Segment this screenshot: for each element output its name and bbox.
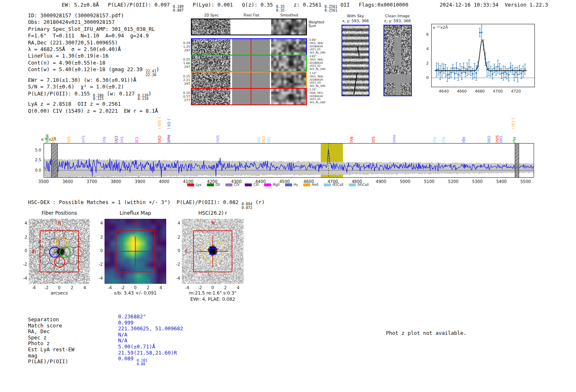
header-seg5-text: Flags:0x00010000 bbox=[359, 2, 408, 8]
spec2d-row-right-labels-0: 0.66"(593, 366)20180424v021_01301_RL_040 bbox=[309, 39, 325, 55]
info-line-10: S/N = 7.3(±0.6) χ² = 1.0(±0.2) bbox=[28, 84, 159, 90]
header-seg4-text: OII bbox=[337, 2, 350, 8]
spec2d-weighted-label: WeightedSum bbox=[309, 21, 324, 28]
row-left-label: 1.66 bbox=[179, 61, 190, 65]
cutout-caption-2-1: EWr: 4, PLAE: 0.082 bbox=[172, 297, 254, 302]
cutout-ytick: -2 bbox=[20, 262, 27, 267]
row-right-label: 301_RL_060 bbox=[309, 101, 325, 104]
info11-hilo: 0.1390.119 bbox=[138, 94, 149, 101]
info11-text: (w: 0.127 bbox=[104, 90, 138, 97]
full-spectrum-canvas bbox=[44, 143, 534, 178]
info-line-7: Cont(n) = 4.90(±0.55)e-18 bbox=[28, 60, 159, 66]
elixer-report-page: EW: 5.2±0.8ÅP(LAE)/P(OII): 0.097 0.1090.… bbox=[0, 0, 576, 392]
spectrum-line-label-OII: } OII ( bbox=[167, 118, 171, 129]
legend-label: (H)CaII bbox=[358, 183, 369, 187]
header-segment-5: Flags:0x00010000 bbox=[359, 2, 408, 12]
spectrum-line-label-HeII: HeII( bbox=[167, 135, 171, 143]
legend-item-CIV: CIV bbox=[225, 183, 239, 187]
spectrum-line-label-NV: NV( bbox=[349, 137, 353, 143]
header-seg2-text: P(Lyα): 0.001 bbox=[193, 2, 233, 8]
info-line-12: LyA z = 2.8518 OII z = 0.2561 bbox=[28, 101, 159, 107]
legend-item-HeII: HeII bbox=[303, 183, 318, 187]
spectrum-line-label-HeII: HeII( bbox=[392, 135, 396, 143]
row-left-label: 1.25 bbox=[179, 45, 190, 49]
row-right-label: 301_RL_040 bbox=[309, 68, 325, 71]
legend-swatch bbox=[187, 183, 194, 186]
spectrum-line-label-Lyα: Lyα( bbox=[81, 136, 86, 143]
spec2d-weighted-row bbox=[191, 19, 307, 35]
cutout-ytick: 2 bbox=[173, 235, 180, 239]
header-seg1-hilo: 0.1090.087 bbox=[173, 5, 183, 12]
cutout-xtick: -4 bbox=[30, 285, 38, 290]
spectrum-xtick: 5300 bbox=[470, 179, 485, 184]
match-row-value-2: 221.300625, 51.009682 bbox=[118, 325, 183, 332]
spectrum-line-label-NV: NV( bbox=[102, 137, 106, 143]
match-value-6-text: 21.59(21.58,21.60)R bbox=[118, 350, 177, 356]
cutout-xtick: -4 bbox=[183, 285, 191, 290]
lineflux-map-canvas bbox=[105, 219, 166, 284]
cutout-title-0: Fiber Positions bbox=[25, 210, 94, 216]
match-row-label-1: Match score bbox=[28, 322, 62, 329]
hscdex-hilo: 0.0940.072 bbox=[242, 202, 252, 210]
spec2d-smoothed-image bbox=[271, 19, 306, 35]
info-line-11: P(LAE)/P(OII): 0.155 0.1860.125 (w: 0.12… bbox=[28, 90, 159, 101]
match-value-7-hilo: 0.1010.08 bbox=[137, 359, 147, 366]
spec2d-pixelflat-image bbox=[232, 39, 270, 55]
line-fit-ytick: 0 bbox=[422, 75, 429, 80]
spec2d-noise-image bbox=[192, 19, 230, 35]
legend-label: Lyα bbox=[196, 183, 202, 187]
info0-text: ID: 3000928157 (3000928157.pdf) bbox=[28, 12, 124, 19]
match-row-label-7: P(LAE)/P(OII) bbox=[28, 358, 68, 364]
spectrum-legend: LyαOIICIVCIIIMgIIHγHeII(K)CaII(H)CaII bbox=[187, 183, 369, 187]
legend-item-CIII: CIII bbox=[245, 183, 259, 187]
withsky-title: With Sky bbox=[335, 14, 376, 18]
match-row-label-4: Photo z bbox=[28, 340, 50, 346]
spectrum-line-label-OVI: OVI( bbox=[157, 136, 161, 143]
info12-text: LyA z = 2.8518 OII z = 0.2561 bbox=[28, 101, 121, 107]
match-value-7-lo: 0.08 bbox=[137, 362, 147, 366]
fiber-positions-canvas bbox=[29, 219, 90, 284]
info8-text: Cont(w) = 5.40(±0.12)e-18 (gmag 22.39 bbox=[28, 66, 146, 72]
cutout-title-2: HSC(26.2) r bbox=[178, 210, 248, 216]
header-segment-1: P(LAE)/P(OII): 0.097 0.1090.087 bbox=[108, 2, 183, 12]
cutout-ytick: 4 bbox=[173, 221, 180, 225]
info-line-3: F=1.6" T=0.111 N=1.10 A=0.94 g=24.9 bbox=[28, 32, 159, 39]
spec2d-noise-image bbox=[192, 89, 230, 104]
spectrum-xtick: 5500 bbox=[518, 179, 533, 184]
spec2d-header-2dspec: 2D Spec bbox=[193, 13, 230, 17]
spec2d-pixelflat-image bbox=[232, 89, 270, 104]
legend-item-MgII: MgII bbox=[264, 183, 280, 187]
hscdex-text: HSC-DEX : Possible Matches = 1 (within +… bbox=[28, 199, 265, 210]
spectrum-line-label-OII: OII( bbox=[257, 137, 261, 143]
spectrum-xtick: 5400 bbox=[494, 179, 509, 184]
cutout-ytick: 0 bbox=[95, 248, 103, 253]
line-fit-ytick: 4 bbox=[422, 46, 429, 51]
cutout-xtick: 4 bbox=[157, 285, 165, 290]
match-row-value-6: 21.59(21.58,21.60)R bbox=[118, 350, 177, 356]
spectrum-line-label-Hγ: Hγ( bbox=[441, 137, 446, 143]
spec2d-exposure-row-1 bbox=[191, 55, 307, 72]
row-right-label: 301_RL_040 bbox=[309, 85, 325, 88]
info8-hilo: 22.4122.36 bbox=[146, 70, 156, 77]
info-line-2: Primary Spec_Slot_IFU_AMP: 301_015_038_R… bbox=[28, 26, 159, 32]
spec2d-pixelflat-image bbox=[232, 19, 270, 35]
spec2d-noise-image bbox=[192, 56, 230, 71]
cutout-ytick: -2 bbox=[173, 262, 180, 267]
legend-item-KCaII: (K)CaII bbox=[324, 183, 344, 187]
legend-swatch bbox=[324, 183, 331, 186]
legend-label: CIV bbox=[234, 183, 239, 187]
match-row-label-3: Spec z bbox=[28, 334, 46, 341]
match-row-label-2: RA, Dec bbox=[28, 328, 50, 334]
info8-text: ) bbox=[156, 66, 160, 72]
spectrum-xtick: 3600 bbox=[60, 179, 75, 184]
header-segment-2: P(Lyα): 0.001 bbox=[193, 2, 233, 12]
info5-text: λ = 4682.55Å σ = 2.50(±0.40)Å bbox=[28, 46, 121, 52]
withsky-image bbox=[342, 26, 369, 95]
legend-item-Hγ: Hγ bbox=[285, 183, 298, 187]
spec2d-smoothed-image bbox=[271, 89, 306, 104]
spec2d-smoothed-image bbox=[271, 39, 306, 55]
header-seg4-hilo: 0.25610.2561 bbox=[325, 5, 337, 12]
info4-text: RA,Dec (221.300720,51.009655) bbox=[28, 39, 118, 46]
spec2d-row-left-labels-1: 0.251.66297 bbox=[179, 58, 190, 69]
cutout-ytick: 0 bbox=[20, 248, 27, 253]
